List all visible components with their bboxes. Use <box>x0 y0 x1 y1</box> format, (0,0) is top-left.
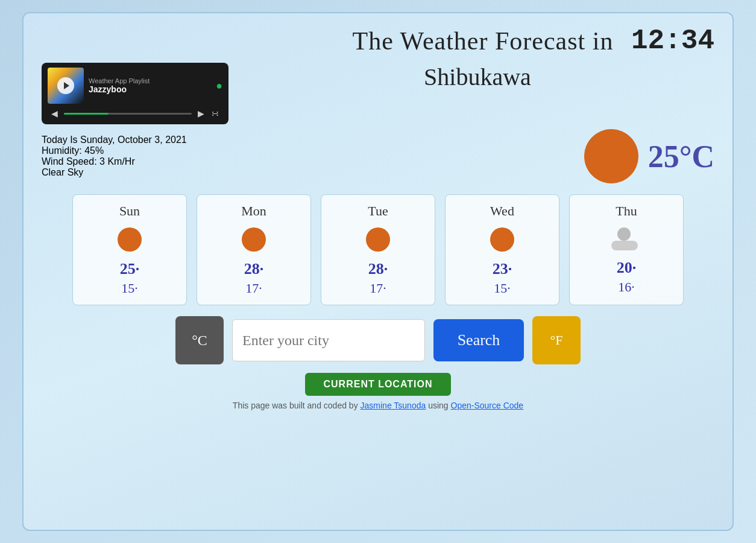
footer-text: This page was built and coded by <box>233 401 361 410</box>
playlist-label: Weather App Playlist <box>89 77 211 84</box>
footer: This page was built and coded by Jasmine… <box>42 401 714 410</box>
sun-icon <box>118 227 142 252</box>
current-temp: 25°C <box>648 139 714 174</box>
date-text: Today Is Sunday, October 3, 2021 <box>42 135 572 145</box>
music-controls: ◀ ▶ ∺ <box>48 107 222 119</box>
weather-text-block: Today Is Sunday, October 3, 2021 Humidit… <box>42 135 572 178</box>
forecast-day: Thu <box>616 203 637 219</box>
location-button[interactable]: CURRENT LOCATION <box>305 373 450 396</box>
forecast-card: Mon28·17· <box>197 194 311 305</box>
forecast-card: Tue28·17· <box>321 194 435 305</box>
bottom-row: °C Search °F CURRENT LOCATION <box>42 316 714 396</box>
forecast-day: Mon <box>241 203 266 219</box>
forecast-day: Wed <box>490 203 514 219</box>
forecast-row: Sun25·15·Mon28·17·Tue28·17·Wed23·15·Thu2… <box>42 194 714 305</box>
progress-fill <box>64 113 109 115</box>
play-button[interactable] <box>57 77 74 94</box>
prev-button[interactable]: ◀ <box>50 107 59 119</box>
author-link[interactable]: Jasmine Tsunoda <box>361 401 426 410</box>
humidity-text: Humidity: 45% <box>42 145 572 156</box>
search-button[interactable]: Search <box>433 319 524 361</box>
forecast-card: Thu20·16· <box>569 194 684 305</box>
page-title: The Weather Forecast in <box>336 27 630 56</box>
next-button[interactable]: ▶ <box>197 107 206 119</box>
wind-text: Wind Speed: 3 Km/Hr <box>42 156 572 167</box>
temp-display: 25°C <box>584 129 714 183</box>
forecast-high: 20· <box>617 259 637 277</box>
forecast-low: 15· <box>121 281 138 296</box>
fahrenheit-button[interactable]: °F <box>532 316 581 364</box>
forecast-high: 28· <box>368 260 388 278</box>
footer-using: using <box>426 401 450 410</box>
city-input[interactable] <box>232 319 425 361</box>
forecast-temps: 25·15· <box>120 260 140 296</box>
forecast-high: 23· <box>493 260 512 278</box>
forecast-high: 25· <box>120 260 140 278</box>
sun-icon <box>366 227 390 252</box>
forecast-day: Tue <box>368 203 388 219</box>
forecast-low: 15· <box>494 281 511 296</box>
forecast-temps: 28·17· <box>244 260 264 296</box>
sun-icon <box>584 129 638 183</box>
music-player: Weather App Playlist Jazzyboo ● ◀ ▶ ∺ <box>42 63 228 124</box>
track-name: Jazzyboo <box>89 84 211 94</box>
forecast-temps: 20·16· <box>617 259 637 295</box>
progress-bar <box>64 113 192 115</box>
clock-display: 12:34 <box>630 25 714 57</box>
header: The Weather Forecast in 12:34 <box>42 25 714 57</box>
spotify-icon: ● <box>216 80 222 92</box>
app-container: The Weather Forecast in 12:34 Weather Ap… <box>22 12 734 531</box>
sun-icon <box>242 227 266 252</box>
forecast-temps: 28·17· <box>368 260 388 296</box>
album-art <box>48 68 84 104</box>
city-name: Shibukawa <box>424 63 531 91</box>
forecast-high: 28· <box>244 260 264 278</box>
condition-text: Clear Sky <box>42 167 572 178</box>
forecast-card: Wed23·15· <box>445 194 559 305</box>
share-button[interactable]: ∺ <box>210 107 220 119</box>
main-info-row: Today Is Sunday, October 3, 2021 Humidit… <box>42 129 714 183</box>
cloud-icon <box>611 227 641 250</box>
title-text: The Weather Forecast in <box>353 27 614 55</box>
play-icon <box>64 82 69 89</box>
celsius-button[interactable]: °C <box>175 316 224 364</box>
forecast-day: Sun <box>119 203 140 219</box>
bottom-inputs: °C Search °F <box>175 316 581 364</box>
forecast-card: Sun25·15· <box>72 194 187 305</box>
forecast-low: 17· <box>370 281 386 296</box>
forecast-low: 17· <box>245 281 262 296</box>
source-link[interactable]: Open-Source Code <box>451 401 524 410</box>
sun-icon <box>490 227 514 252</box>
music-info: Weather App Playlist Jazzyboo <box>89 77 211 94</box>
forecast-temps: 23·15· <box>493 260 512 296</box>
forecast-low: 16· <box>618 279 635 295</box>
